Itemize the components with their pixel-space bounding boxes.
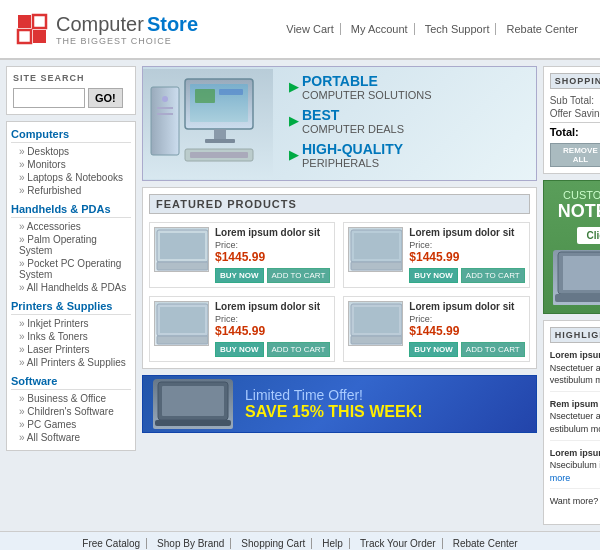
svg-rect-6: [157, 107, 173, 109]
highlight-title: Lorem ipsum dolor sit.: [550, 350, 600, 360]
product-info: Lorem ipsum dolor sit Price: $1445.99 BU…: [215, 301, 330, 357]
hero-arrow-2: ▶: [289, 114, 298, 128]
promo-banner: Limited Time Offer! SAVE 15% THIS WEEK!: [142, 375, 537, 433]
highlights-box: HIGHLIGHTS Lorem ipsum dolor sit. Nsecte…: [543, 320, 600, 525]
product-price-label: Price:: [409, 240, 524, 250]
logo-computer: Computer: [56, 13, 144, 35]
nb-click-here-button[interactable]: Click Here!: [577, 227, 600, 244]
product-price: $1445.99: [409, 250, 524, 264]
product-buttons: BUY NOW ADD TO CART: [409, 268, 524, 283]
svg-rect-12: [214, 129, 226, 139]
header: Computer Store THE BIGGEST CHOICE View C…: [0, 0, 600, 60]
search-go-button[interactable]: GO!: [88, 88, 123, 108]
svg-rect-11: [219, 89, 243, 95]
svg-point-5: [162, 96, 168, 102]
add-to-cart-button[interactable]: ADD TO CART: [461, 268, 525, 283]
nav-item[interactable]: All Printers & Supplies: [11, 356, 131, 369]
search-input[interactable]: [13, 88, 85, 108]
nav-item[interactable]: Refurbished: [11, 184, 131, 197]
product-name: Lorem ipsum dolor sit: [215, 227, 330, 238]
svg-rect-20: [354, 233, 399, 259]
nav-item[interactable]: Business & Office: [11, 392, 131, 405]
cart-savings-label: Offer Savings:: [550, 108, 600, 119]
nav-category: Software: [11, 375, 131, 390]
svg-rect-32: [563, 256, 600, 290]
remove-all-button[interactable]: REMOVE ALL: [550, 143, 600, 167]
nav-item[interactable]: Inkjet Printers: [11, 317, 131, 330]
highlights-list: Lorem ipsum dolor sit. Nsectetuer adipis…: [550, 349, 600, 512]
rebate-center-link[interactable]: Rebate Center: [500, 23, 584, 35]
footer-links: Free CatalogShop By BrandShopping CartHe…: [6, 538, 594, 549]
nav-item[interactable]: Laser Printers: [11, 343, 131, 356]
nav-item[interactable]: PC Games: [11, 418, 131, 431]
product-thumbnail: [154, 227, 209, 272]
svg-rect-17: [160, 233, 205, 259]
want-more-text: Want more?: [550, 496, 600, 506]
my-account-link[interactable]: My Account: [345, 23, 415, 35]
product-price: $1445.99: [409, 324, 524, 338]
hero-banner: ▶ PORTABLE COMPUTER SOLUTIONS ▶ BEST COM…: [142, 66, 537, 181]
svg-rect-3: [33, 30, 46, 43]
promo-text: Limited Time Offer! SAVE 15% THIS WEEK!: [245, 387, 423, 421]
nav-item[interactable]: All Handhelds & PDAs: [11, 281, 131, 294]
product-name: Lorem ipsum dolor sit: [409, 227, 524, 238]
product-name: Lorem ipsum dolor sit: [409, 301, 524, 312]
cart-total-row: Total: $0.00: [550, 122, 600, 138]
featured-products-section: FEATURED PRODUCTS Lorem ipsum dolor sit …: [142, 187, 537, 369]
search-row: GO!: [13, 88, 129, 108]
nav-item[interactable]: Children's Software: [11, 405, 131, 418]
hero-text: ▶ PORTABLE COMPUTER SOLUTIONS ▶ BEST COM…: [273, 66, 448, 181]
shopping-cart-box: SHOPPING CART Sub Total: $0.00 Offer Sav…: [543, 66, 600, 174]
buy-now-button[interactable]: BUY NOW: [215, 268, 264, 283]
nav-category: Handhelds & PDAs: [11, 203, 131, 218]
add-to-cart-button[interactable]: ADD TO CART: [267, 342, 331, 357]
view-cart-link[interactable]: View Cart: [280, 23, 340, 35]
footer-link[interactable]: Shopping Cart: [235, 538, 312, 549]
tech-support-link[interactable]: Tech Support: [419, 23, 497, 35]
header-nav: View Cart My Account Tech Support Rebate…: [280, 23, 584, 35]
highlights-title: HIGHLIGHTS: [550, 327, 600, 343]
highlight-body: Nsectetuer adipiscin elit sesent vestibu…: [550, 363, 600, 386]
nav-category: Computers: [11, 128, 131, 143]
logo-tagline: THE BIGGEST CHOICE: [56, 36, 198, 46]
nav-category: Printers & Supplies: [11, 300, 131, 315]
buy-now-button[interactable]: BUY NOW: [215, 342, 264, 357]
product-info: Lorem ipsum dolor sit Price: $1445.99 BU…: [409, 227, 524, 283]
nav-item[interactable]: Monitors: [11, 158, 131, 171]
nav-item[interactable]: Desktops: [11, 145, 131, 158]
products-grid: Lorem ipsum dolor sit Price: $1445.99 BU…: [149, 222, 530, 362]
hero-main-3: HIGH-QUALITY: [302, 141, 403, 157]
product-item: Lorem ipsum dolor sit Price: $1445.99 BU…: [343, 222, 529, 288]
nav-menu: ComputersDesktopsMonitorsLaptops & Noteb…: [6, 121, 136, 451]
footer-link[interactable]: Track Your Order: [354, 538, 443, 549]
product-item: Lorem ipsum dolor sit Price: $1445.99 BU…: [343, 296, 529, 362]
svg-rect-27: [351, 336, 402, 344]
footer-link[interactable]: Free Catalog: [76, 538, 147, 549]
footer-link[interactable]: Shop By Brand: [151, 538, 231, 549]
nav-item[interactable]: Palm Operating System: [11, 233, 131, 257]
footer-nav: Free CatalogShop By BrandShopping CartHe…: [0, 531, 600, 550]
nb-laptop-image: [553, 250, 600, 305]
nav-item[interactable]: All Software: [11, 431, 131, 444]
nav-item[interactable]: Laptops & Notebooks: [11, 171, 131, 184]
footer-link[interactable]: Help: [316, 538, 350, 549]
left-sidebar: SITE SEARCH GO! ComputersDesktopsMonitor…: [6, 66, 136, 525]
footer-link[interactable]: Rebate Center: [447, 538, 524, 549]
main-wrapper: SITE SEARCH GO! ComputersDesktopsMonitor…: [0, 60, 600, 531]
nav-item[interactable]: Inks & Toners: [11, 330, 131, 343]
logo-icon: [16, 13, 48, 45]
hero-computer-image: [143, 69, 273, 179]
add-to-cart-button[interactable]: ADD TO CART: [461, 342, 525, 357]
svg-rect-26: [354, 307, 399, 333]
svg-rect-10: [195, 89, 215, 103]
nav-item[interactable]: Pocket PC Operating System: [11, 257, 131, 281]
hero-arrow-3: ▶: [289, 148, 298, 162]
buy-now-button[interactable]: BUY NOW: [409, 342, 458, 357]
product-buttons: BUY NOW ADD TO CART: [409, 342, 524, 357]
svg-rect-15: [190, 152, 248, 158]
add-to-cart-button[interactable]: ADD TO CART: [267, 268, 331, 283]
hero-sub-3: PERIPHERALS: [302, 157, 403, 169]
buy-now-button[interactable]: BUY NOW: [409, 268, 458, 283]
nav-item[interactable]: Accessories: [11, 220, 131, 233]
site-search-box: SITE SEARCH GO!: [6, 66, 136, 115]
